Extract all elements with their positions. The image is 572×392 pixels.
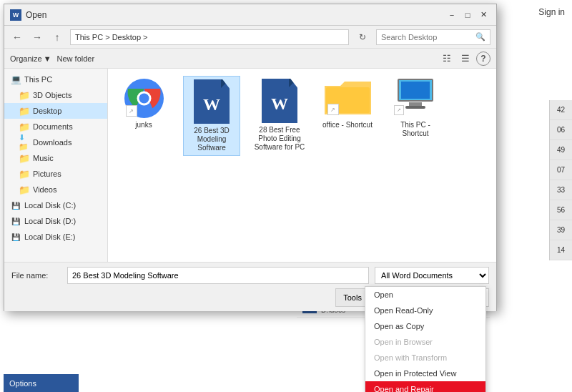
- monitor-base: [405, 106, 425, 109]
- sidebar-item-local-e[interactable]: 💾 Local Disk (E:): [4, 229, 107, 245]
- open-dialog: W Open − □ ✕ ← → ↑ This PC > Desktop > ↻…: [4, 4, 497, 311]
- word-w-letter: W: [203, 95, 220, 114]
- dialog-title: Open: [26, 10, 445, 20]
- context-menu-item-readonly[interactable]: Open Read-Only: [365, 303, 485, 318]
- refresh-button[interactable]: ↻: [355, 29, 370, 45]
- dialog-icon: W: [10, 9, 21, 21]
- right-num-5: 33: [550, 180, 572, 200]
- back-button[interactable]: ←: [10, 30, 24, 44]
- content-area: 💻 This PC 📁 3D Objects 📁 Desktop 📁 Docum…: [4, 69, 496, 262]
- file-item-junks[interactable]: ↗ junks: [115, 76, 172, 156]
- close-button[interactable]: ✕: [476, 8, 490, 22]
- context-menu-item-copy[interactable]: Open as Copy: [365, 318, 485, 334]
- file-area: ↗ junks W 26 Best 3D Modeling Software W…: [108, 69, 496, 262]
- title-bar: W Open − □ ✕: [4, 4, 496, 26]
- sidebar-item-music[interactable]: 📁 Music: [4, 150, 107, 166]
- sidebar: 💻 This PC 📁 3D Objects 📁 Desktop 📁 Docum…: [4, 69, 108, 262]
- organize-toolbar: Organize ▼ New folder ☷ ☰ ?: [4, 49, 496, 69]
- sidebar-item-this-pc[interactable]: 💻 This PC: [4, 72, 107, 87]
- sidebar-label-videos: Videos: [33, 185, 56, 194]
- sidebar-label-local-c: Local Disk (C:): [24, 201, 76, 210]
- monitor-body: [398, 79, 433, 102]
- file-label-office: office - Shortcut: [322, 121, 373, 129]
- sidebar-label-desktop: Desktop: [33, 107, 61, 115]
- sidebar-label-pictures: Pictures: [33, 170, 61, 178]
- context-menu-item-open[interactable]: Open: [365, 287, 485, 303]
- context-menu-item-transform: Open with Transform: [365, 350, 485, 366]
- folder-icon-3d: 📁: [19, 89, 30, 101]
- right-num-3: 49: [550, 140, 572, 160]
- forward-button[interactable]: →: [30, 30, 44, 44]
- word-fold: [221, 79, 230, 88]
- search-icon: 🔍: [475, 32, 485, 41]
- filename-label: File name:: [11, 271, 61, 280]
- file-label-28best: 28 Best Free Photo Editing Software for …: [254, 126, 305, 152]
- sidebar-item-pictures[interactable]: 📁 Pictures: [4, 166, 107, 182]
- right-num-2: 06: [550, 120, 572, 140]
- sidebar-item-local-d[interactable]: 💾 Local Disk (D:): [4, 213, 107, 229]
- drive-icon-d: 💾: [10, 215, 21, 227]
- new-folder-button[interactable]: New folder: [57, 54, 95, 63]
- tools-label: Tools: [343, 293, 362, 302]
- context-menu-item-browser: Open in Browser: [365, 334, 485, 350]
- search-bar[interactable]: 🔍: [376, 29, 490, 45]
- folder-icon-music: 📁: [19, 152, 30, 164]
- sidebar-item-downloads[interactable]: ⬇📁 Downloads: [4, 134, 107, 150]
- shortcut-arrow-pc: ↗: [394, 105, 404, 115]
- breadcrumb[interactable]: This PC > Desktop >: [70, 29, 349, 45]
- right-num-7: 39: [550, 220, 572, 240]
- sidebar-item-documents[interactable]: 📁 Documents: [4, 119, 107, 134]
- options-bar[interactable]: Options: [4, 374, 79, 392]
- filetype-select[interactable]: All Word Documents All Files Word Docume…: [375, 267, 489, 284]
- view-details-button[interactable]: ☰: [458, 51, 473, 67]
- pc-icon: 💻: [10, 74, 21, 85]
- sidebar-label-3d: 3D Objects: [33, 91, 72, 99]
- open-context-menu: Open Open Read-Only Open as Copy Open in…: [365, 286, 486, 392]
- minimize-button[interactable]: −: [445, 8, 459, 22]
- drive-icon-e: 💾: [10, 231, 21, 242]
- filename-row: File name: All Word Documents All Files …: [11, 267, 489, 284]
- download-icon: ⬇📁: [19, 137, 30, 148]
- word-fold-2: [289, 79, 297, 87]
- file-label-junks: junks: [135, 121, 152, 129]
- sidebar-label-music: Music: [33, 154, 54, 162]
- right-numbers: 42 06 49 07 33 56 39 14: [549, 100, 572, 260]
- folder-icon-desktop: 📁: [19, 105, 30, 117]
- help-button[interactable]: ?: [476, 52, 490, 66]
- breadcrumb-text: This PC > Desktop >: [75, 33, 148, 41]
- context-menu-item-repair[interactable]: Open and Repair: [365, 381, 485, 392]
- folder-icon-office: ↗: [325, 79, 371, 118]
- sidebar-item-3d-objects[interactable]: 📁 3D Objects: [4, 87, 107, 103]
- monitor-screen: [401, 82, 430, 99]
- svg-point-2: [139, 94, 149, 104]
- file-item-28best[interactable]: W 28 Best Free Photo Editing Software fo…: [251, 76, 308, 156]
- drive-icon-c: 💾: [10, 200, 21, 211]
- sidebar-label-local-e: Local Disk (E:): [24, 232, 76, 241]
- search-input[interactable]: [381, 33, 475, 41]
- sign-in-link[interactable]: Sign in: [538, 7, 565, 17]
- file-item-office-shortcut[interactable]: ↗ office - Shortcut: [319, 76, 376, 156]
- folder-icon-documents: 📁: [19, 121, 30, 132]
- sidebar-label-downloads: Downloads: [33, 138, 72, 147]
- file-label-this-pc: This PC - Shortcut: [390, 121, 441, 138]
- organize-button[interactable]: Organize ▼: [10, 54, 51, 63]
- right-num-8: 14: [550, 240, 572, 260]
- sidebar-item-desktop[interactable]: 📁 Desktop: [4, 103, 107, 119]
- file-item-this-pc-shortcut[interactable]: ↗ This PC - Shortcut: [387, 76, 444, 156]
- organize-label: Organize: [10, 54, 42, 63]
- chrome-file-icon: ↗: [124, 79, 164, 118]
- options-text: Options: [9, 379, 36, 388]
- file-item-26best[interactable]: W 26 Best 3D Modeling Software: [183, 76, 240, 156]
- sidebar-label-local-d: Local Disk (D:): [24, 217, 76, 225]
- sidebar-item-local-c[interactable]: 💾 Local Disk (C:): [4, 197, 107, 213]
- context-menu-item-protected[interactable]: Open in Protected View: [365, 366, 485, 381]
- sidebar-item-videos[interactable]: 📁 Videos: [4, 182, 107, 197]
- title-controls: − □ ✕: [445, 8, 490, 22]
- filename-input[interactable]: [67, 267, 369, 284]
- restore-button[interactable]: □: [460, 8, 475, 22]
- folder-icon-videos: 📁: [19, 184, 30, 195]
- view-change-button[interactable]: ☷: [439, 51, 455, 67]
- up-button[interactable]: ↑: [50, 30, 64, 44]
- organize-arrow-icon: ▼: [44, 54, 51, 63]
- pc-shortcut-icon: ↗: [394, 79, 437, 118]
